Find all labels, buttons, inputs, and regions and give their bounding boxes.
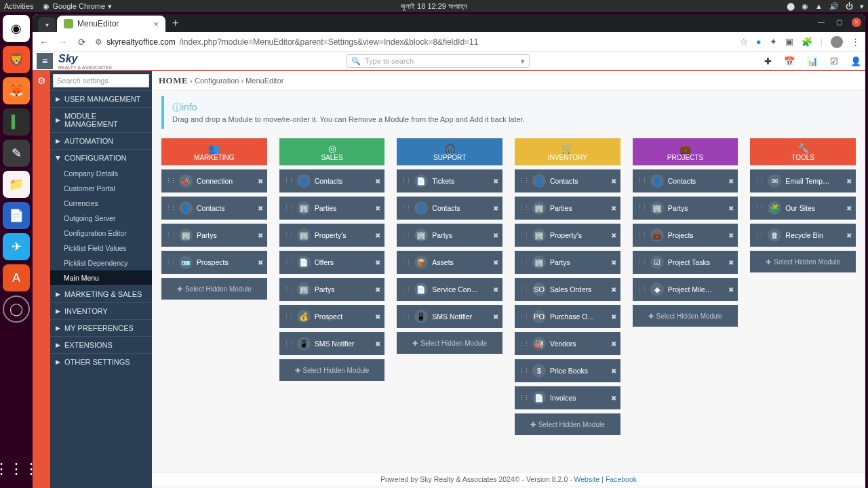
terminal-launcher-icon[interactable]: ▍ xyxy=(3,108,30,136)
clock[interactable]: জুলাই 18 12:29 অপরাহ্ন xyxy=(401,2,467,11)
add-module-button[interactable]: ✚ Select Hidden Module xyxy=(515,413,620,435)
drag-handle-icon[interactable]: ⋮⋮ xyxy=(519,259,528,266)
sidebar-item-picklist-dependency[interactable]: Picklist Dependency xyxy=(50,256,152,270)
drag-handle-icon[interactable]: ⋮⋮ xyxy=(754,178,764,184)
drag-handle-icon[interactable]: ⋮⋮ xyxy=(519,340,528,347)
volume-icon[interactable]: 🔊 xyxy=(829,2,839,11)
add-module-button[interactable]: ✚ Select Hidden Module xyxy=(279,359,385,381)
drag-handle-icon[interactable]: ⋮⋮ xyxy=(637,205,646,211)
site-info-icon[interactable]: ⚙ xyxy=(95,37,102,47)
remove-module-icon[interactable]: ✖ xyxy=(493,205,498,212)
drag-handle-icon[interactable]: ⋮⋮ xyxy=(519,313,528,320)
remove-module-icon[interactable]: ✖ xyxy=(728,259,734,266)
remove-module-icon[interactable]: ✖ xyxy=(611,313,616,321)
remove-module-icon[interactable]: ✖ xyxy=(846,232,852,239)
remove-module-icon[interactable]: ✖ xyxy=(611,232,616,239)
active-app[interactable]: ◉ Google Chrome ▾ xyxy=(43,2,112,11)
footer-website-link[interactable]: Website xyxy=(574,475,600,483)
remove-module-icon[interactable]: ✖ xyxy=(493,178,498,185)
drag-handle-icon[interactable]: ⋮⋮ xyxy=(401,286,410,293)
drag-handle-icon[interactable]: ⋮⋮ xyxy=(401,205,410,211)
chrome-launcher-icon[interactable]: ◉ xyxy=(3,15,30,42)
remove-module-icon[interactable]: ✖ xyxy=(611,340,616,348)
power-icon[interactable]: ⏻ xyxy=(846,2,853,10)
sidebar-group-inventory[interactable]: ▶INVENTORY xyxy=(50,302,152,319)
settings-rail[interactable]: ⚙ xyxy=(33,71,50,488)
brand-logo[interactable]: SkyREALTY & ASSOCIATES xyxy=(58,53,112,70)
module-item[interactable]: ⋮⋮📣Connection✖ xyxy=(161,169,267,192)
add-module-button[interactable]: ✚ Select Hidden Module xyxy=(633,305,738,327)
module-item[interactable]: ⋮⋮☑Project Tasks✖ xyxy=(633,251,738,274)
remove-module-icon[interactable]: ✖ xyxy=(728,205,734,212)
remove-module-icon[interactable]: ✖ xyxy=(258,259,263,266)
drag-handle-icon[interactable]: ⋮⋮ xyxy=(519,232,528,239)
activities-button[interactable]: Activities xyxy=(4,2,33,10)
remove-module-icon[interactable]: ✖ xyxy=(493,259,498,266)
module-item[interactable]: ⋮⋮👤Contacts✖ xyxy=(279,169,385,192)
remove-module-icon[interactable]: ✖ xyxy=(375,178,380,185)
module-item[interactable]: ⋮⋮📄Service Con…✖ xyxy=(397,278,502,301)
breadcrumb-configuration[interactable]: Configuration xyxy=(195,77,239,85)
module-item[interactable]: ⋮⋮📄Tickets✖ xyxy=(397,169,502,192)
module-item[interactable]: ⋮⋮🏢Partys✖ xyxy=(633,197,738,220)
drag-handle-icon[interactable]: ⋮⋮ xyxy=(283,340,293,347)
ext-icon-1[interactable]: ● xyxy=(756,37,762,47)
remove-module-icon[interactable]: ✖ xyxy=(728,232,734,239)
remove-module-icon[interactable]: ✖ xyxy=(611,367,616,375)
remove-module-icon[interactable]: ✖ xyxy=(728,286,734,293)
ext-icon-2[interactable]: ✦ xyxy=(770,37,777,47)
module-item[interactable]: ⋮⋮SOSales Orders✖ xyxy=(515,278,620,301)
module-item[interactable]: ⋮⋮👤Contacts✖ xyxy=(515,169,620,192)
module-item[interactable]: ⋮⋮✉Email Temp…✖ xyxy=(750,169,856,192)
remove-module-icon[interactable]: ✖ xyxy=(375,313,380,321)
url-field[interactable]: ⚙ skyrealtyoffice.com/index.php?module=M… xyxy=(95,37,733,47)
hamburger-button[interactable]: ≡ xyxy=(37,53,53,69)
chevron-down-icon[interactable]: ▾ xyxy=(860,2,864,11)
remove-module-icon[interactable]: ✖ xyxy=(493,313,498,321)
drag-handle-icon[interactable]: ⋮⋮ xyxy=(283,286,293,293)
libreoffice-launcher-icon[interactable]: 📄 xyxy=(3,202,30,229)
obs-launcher-icon[interactable]: ◯ xyxy=(3,296,30,323)
minimize-button[interactable]: — xyxy=(816,18,826,27)
module-item[interactable]: ⋮⋮📄Offers✖ xyxy=(279,251,385,274)
extensions-icon[interactable]: 🧩 xyxy=(802,37,812,47)
module-item[interactable]: ⋮⋮🗑Recycle Bin✖ xyxy=(750,224,856,247)
drag-handle-icon[interactable]: ⋮⋮ xyxy=(637,259,646,266)
remove-module-icon[interactable]: ✖ xyxy=(375,286,380,293)
record-icon[interactable]: ⬤ xyxy=(787,2,795,11)
remove-module-icon[interactable]: ✖ xyxy=(375,205,380,212)
footer-facebook-link[interactable]: Facebook xyxy=(606,475,637,483)
module-item[interactable]: ⋮⋮🏢Partys✖ xyxy=(279,278,385,301)
sidebar-item-customer-portal[interactable]: Customer Portal xyxy=(50,181,152,196)
module-item[interactable]: ⋮⋮POPurchase O…✖ xyxy=(515,305,620,328)
new-tab-button[interactable]: + xyxy=(165,17,185,29)
module-item[interactable]: ⋮⋮💰Prospect✖ xyxy=(279,305,385,328)
add-module-button[interactable]: ✚ Select Hidden Module xyxy=(750,251,856,272)
sidebar-item-currencies[interactable]: Currencies xyxy=(50,196,152,211)
add-icon[interactable]: ✚ xyxy=(764,56,772,66)
module-item[interactable]: ⋮⋮💼Projects✖ xyxy=(633,224,738,247)
drag-handle-icon[interactable]: ⋮⋮ xyxy=(637,286,646,293)
sidebar-item-main-menu[interactable]: Main Menu xyxy=(50,270,152,285)
calendar-icon[interactable]: 📅 xyxy=(784,56,795,66)
ext-icon-3[interactable]: ▣ xyxy=(785,37,793,47)
module-item[interactable]: ⋮⋮🏢Property's✖ xyxy=(515,224,620,247)
drag-handle-icon[interactable]: ⋮⋮ xyxy=(283,178,293,184)
drag-handle-icon[interactable]: ⋮⋮ xyxy=(283,313,293,320)
sidebar-search-input[interactable]: Search settings xyxy=(53,74,149,87)
breadcrumb-home[interactable]: HOME xyxy=(159,75,188,85)
sidebar-group-module-management[interactable]: ▶MODULE MANAGEMENT xyxy=(50,107,152,132)
module-item[interactable]: ⋮⋮📄Invoices✖ xyxy=(515,386,620,409)
sidebar-group-user-management[interactable]: ▶USER MANAGEMENT xyxy=(50,90,152,107)
module-item[interactable]: ⋮⋮📱SMS Notifier✖ xyxy=(279,332,385,355)
sidebar-item-picklist-field-values[interactable]: Picklist Field Values xyxy=(50,241,152,256)
drag-handle-icon[interactable]: ⋮⋮ xyxy=(165,205,175,211)
module-item[interactable]: ⋮⋮🏢Partys✖ xyxy=(161,224,267,247)
profile-avatar[interactable] xyxy=(831,36,843,48)
remove-module-icon[interactable]: ✖ xyxy=(258,232,263,239)
module-item[interactable]: ⋮⋮🧩Our Sites✖ xyxy=(750,197,856,220)
remove-module-icon[interactable]: ✖ xyxy=(846,178,852,185)
drag-handle-icon[interactable]: ⋮⋮ xyxy=(754,232,764,239)
sidebar-group-my-preferences[interactable]: ▶MY PREFERENCES xyxy=(50,319,152,336)
remove-module-icon[interactable]: ✖ xyxy=(258,178,263,185)
